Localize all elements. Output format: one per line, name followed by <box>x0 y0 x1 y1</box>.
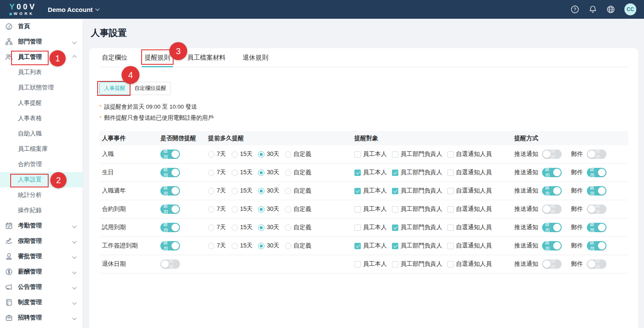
push-notification-toggle[interactable]: 啟用 <box>542 223 562 232</box>
radio-option[interactable]: 自定義 <box>285 187 311 195</box>
megaphone-icon <box>5 283 13 291</box>
sidebar-item-attendance[interactable]: 考勤管理 <box>0 218 83 233</box>
enable-toggle[interactable]: 啟用 <box>160 241 180 250</box>
email-toggle[interactable]: 關閉 <box>587 204 606 214</box>
push-notification-toggle[interactable]: 啟用 <box>542 168 562 177</box>
target-checkbox[interactable]: 員工部門負責人 <box>392 224 442 231</box>
target-checkbox[interactable]: 自選通知人員 <box>447 150 492 158</box>
target-checkbox[interactable]: 員工部門負責人 <box>392 150 442 158</box>
subtab-hr-reminder[interactable]: 人事提醒 <box>99 82 130 95</box>
radio-option[interactable]: 30天 <box>258 169 279 176</box>
email-toggle[interactable]: 啟用 <box>587 186 606 196</box>
radio-option[interactable]: 7天 <box>208 205 226 213</box>
email-toggle[interactable]: 啟用 <box>587 223 606 232</box>
tab-employee-file-materials[interactable]: 員工檔案材料 <box>187 48 226 67</box>
radio-option[interactable]: 15天 <box>232 150 253 158</box>
sidebar-item-employee-status[interactable]: 員工狀態管理 <box>0 80 83 95</box>
radio-option[interactable]: 15天 <box>232 242 253 250</box>
account-name: Demo Account <box>48 6 93 13</box>
target-checkbox[interactable]: 自選通知人員 <box>447 224 492 231</box>
sidebar-item-home[interactable]: 首頁 <box>0 19 83 34</box>
radio-option[interactable]: 自定義 <box>285 150 311 158</box>
radio-option[interactable]: 7天 <box>208 224 226 231</box>
sidebar-item-announcements[interactable]: 公告管理 <box>0 279 83 295</box>
target-checkbox[interactable]: 員工本人 <box>354 187 387 195</box>
radio-option[interactable]: 15天 <box>232 224 253 231</box>
sidebar-item-employee-files[interactable]: 員工檔案庫 <box>0 141 83 157</box>
email-toggle[interactable]: 啟用 <box>587 168 606 177</box>
email-toggle[interactable]: 關閉 <box>587 150 606 159</box>
email-toggle[interactable]: 關閉 <box>587 259 606 269</box>
account-switcher[interactable]: Demo Account <box>48 6 99 13</box>
radio-option[interactable]: 15天 <box>232 169 253 176</box>
push-notification-toggle[interactable]: 啟用 <box>542 241 562 250</box>
radio-option[interactable]: 7天 <box>208 169 226 176</box>
target-checkbox[interactable]: 員工本人 <box>354 150 387 158</box>
enable-toggle[interactable]: 啟用 <box>160 150 180 159</box>
sidebar-item-leave[interactable]: 假期管理 <box>0 233 83 249</box>
tab-reminder-rules[interactable]: 提醒規則 <box>145 48 170 67</box>
target-checkbox[interactable]: 員工本人 <box>354 205 387 213</box>
enable-toggle[interactable]: 啟用 <box>160 186 180 196</box>
sidebar-item-policies[interactable]: 制度管理 <box>0 295 83 310</box>
sidebar-item-approvals[interactable]: 審批管理 <box>0 249 83 264</box>
radio-label: 15天 <box>240 187 253 195</box>
radio-option[interactable]: 自定義 <box>285 205 311 213</box>
target-checkbox[interactable]: 自選通知人員 <box>447 187 492 195</box>
target-checkbox[interactable]: 自選通知人員 <box>447 260 492 268</box>
radio-option[interactable]: 7天 <box>208 187 226 195</box>
target-checkbox[interactable]: 自選通知人員 <box>447 169 492 176</box>
sidebar-item-employee-list[interactable]: 員工列表 <box>0 65 83 80</box>
radio-option[interactable]: 30天 <box>258 187 279 195</box>
push-notification-toggle[interactable]: 啟用 <box>542 186 562 196</box>
sidebar-item-payroll[interactable]: 薪酬管理 <box>0 264 83 279</box>
subtab-custom-field-reminder[interactable]: 自定欄位提醒 <box>130 82 171 95</box>
radio-option[interactable]: 自定義 <box>285 242 311 250</box>
target-checkbox[interactable]: 自選通知人員 <box>447 205 492 213</box>
radio-option[interactable]: 15天 <box>232 205 253 213</box>
radio-option[interactable]: 自定義 <box>285 169 311 176</box>
sidebar-item-hr-reminder[interactable]: 人事提醒 <box>0 95 83 111</box>
tab-retirement-rules[interactable]: 退休規則 <box>243 48 268 67</box>
tab-custom-fields[interactable]: 自定欄位 <box>102 48 128 67</box>
target-checkbox[interactable]: 員工本人 <box>354 224 387 231</box>
enable-toggle[interactable]: 啟用 <box>160 223 180 232</box>
sidebar-item-departments[interactable]: 部門管理 <box>0 34 83 49</box>
radio-option[interactable]: 30天 <box>258 224 279 231</box>
push-notification-toggle[interactable]: 關閉 <box>542 150 562 159</box>
target-checkbox[interactable]: 員工本人 <box>354 242 387 250</box>
sidebar-item-employees[interactable]: 員工管理 <box>0 49 83 65</box>
push-notification-toggle[interactable]: 關閉 <box>542 259 562 269</box>
sidebar-item-hr-settings[interactable]: 人事設置 <box>0 172 83 187</box>
sidebar-item-self-onboarding[interactable]: 自助入職 <box>0 126 83 141</box>
sidebar-item-contract-mgmt[interactable]: 合約管理 <box>0 157 83 172</box>
radio-option[interactable]: 自定義 <box>285 224 311 231</box>
target-checkbox[interactable]: 員工部門負責人 <box>392 169 442 176</box>
radio-option[interactable]: 7天 <box>208 150 226 158</box>
notifications-bell-icon[interactable] <box>589 5 597 14</box>
radio-option[interactable]: 30天 <box>258 150 279 158</box>
radio-option[interactable]: 30天 <box>258 242 279 250</box>
target-checkbox[interactable]: 員工部門負責人 <box>392 205 442 213</box>
target-checkbox[interactable]: 員工部門負責人 <box>392 187 442 195</box>
target-checkbox[interactable]: 員工本人 <box>354 260 387 268</box>
help-icon[interactable]: ? <box>571 5 579 14</box>
sidebar-item-operation-log[interactable]: 操作紀錄 <box>0 203 83 218</box>
target-checkbox[interactable]: 自選通知人員 <box>447 242 492 250</box>
enable-toggle[interactable]: 啟用 <box>160 204 180 214</box>
sidebar-item-hr-forms[interactable]: 人事表格 <box>0 111 83 126</box>
sidebar-item-statistics[interactable]: 統計分析 <box>0 187 83 203</box>
push-notification-toggle[interactable]: 關閉 <box>542 204 562 214</box>
enable-toggle[interactable]: 啟用 <box>160 168 180 177</box>
target-checkbox[interactable]: 員工部門負責人 <box>392 242 442 250</box>
radio-option[interactable]: 30天 <box>258 205 279 213</box>
language-globe-icon[interactable] <box>606 5 615 14</box>
email-toggle[interactable]: 啟用 <box>587 241 606 250</box>
user-avatar[interactable]: CC <box>624 3 636 15</box>
target-checkbox[interactable]: 員工部門負責人 <box>392 260 442 268</box>
radio-option[interactable]: 15天 <box>232 187 253 195</box>
sidebar-item-recruitment[interactable]: 招聘管理 <box>0 310 83 325</box>
radio-option[interactable]: 7天 <box>208 242 226 250</box>
target-checkbox[interactable]: 員工本人 <box>354 169 387 176</box>
enable-toggle[interactable]: 關閉 <box>160 259 180 269</box>
